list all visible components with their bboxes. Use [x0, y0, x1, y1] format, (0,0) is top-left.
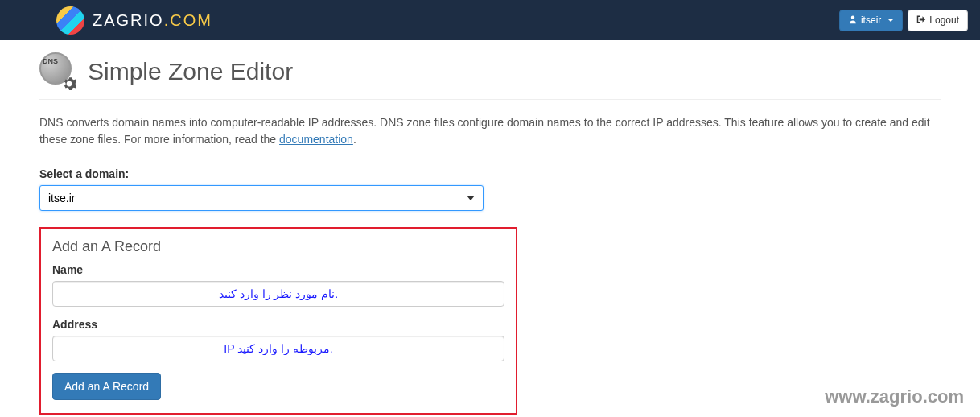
brand-text: ZAGRIO.COM: [93, 11, 212, 30]
domain-select[interactable]: itse.ir: [39, 185, 484, 211]
name-group: Name: [52, 263, 504, 307]
navbar: ZAGRIO.COM itseir Logout: [0, 0, 980, 40]
logout-icon: [916, 14, 926, 27]
address-group: Address: [52, 318, 504, 361]
logout-label: Logout: [929, 14, 959, 26]
domain-select-label: Select a domain:: [39, 167, 941, 180]
page-header: DNS Simple Zone Editor: [39, 40, 941, 100]
logo-icon: [56, 6, 84, 35]
dns-globe-icon: DNS: [39, 52, 78, 91]
page-title: Simple Zone Editor: [88, 58, 293, 85]
domain-select-section: Select a domain: itse.ir: [39, 167, 941, 211]
brand-area[interactable]: ZAGRIO.COM: [56, 6, 212, 35]
user-icon: [848, 14, 858, 27]
user-dropdown-button[interactable]: itseir: [839, 10, 903, 31]
gear-icon: [62, 76, 76, 91]
name-label: Name: [52, 263, 504, 276]
add-a-record-box: Add an A Record Name Address Add an A Re…: [39, 227, 517, 415]
a-record-section-title: Add an A Record: [52, 238, 504, 255]
address-input[interactable]: [52, 336, 504, 361]
watermark-text: www.zagrio.com: [825, 386, 964, 407]
logout-button[interactable]: Logout: [908, 10, 968, 31]
user-label: itseir: [861, 14, 881, 26]
name-input[interactable]: [52, 281, 504, 307]
description-text: DNS converts domain names into computer-…: [39, 114, 941, 148]
address-label: Address: [52, 318, 504, 331]
chevron-down-icon: [887, 19, 894, 22]
add-a-record-button[interactable]: Add an A Record: [52, 373, 161, 400]
navbar-actions: itseir Logout: [839, 10, 968, 31]
documentation-link[interactable]: documentation: [279, 133, 353, 146]
